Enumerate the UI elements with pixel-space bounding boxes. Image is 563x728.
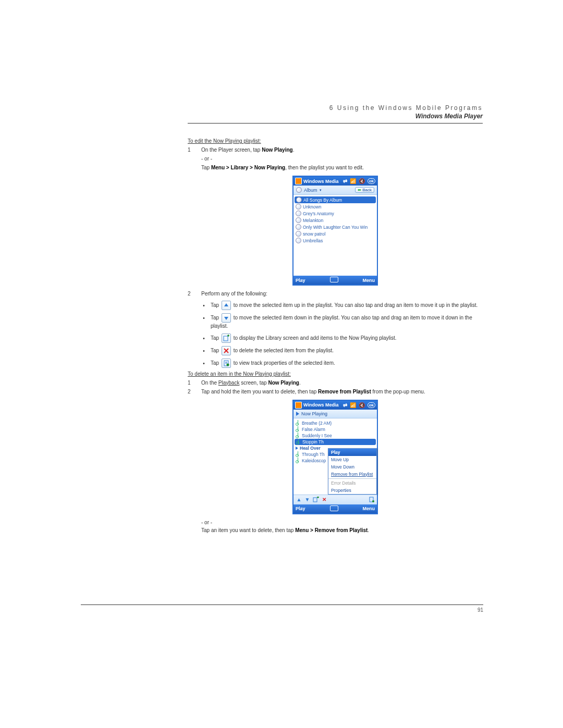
screenshot-now-playing: Windows Media ⇄ 📶 🔇 ok Now Playing Breat… [292, 400, 378, 514]
bullet-properties: •Tap to view track properties of the sel… [202, 359, 483, 368]
window-title: Windows Media [303, 179, 338, 184]
svg-rect-5 [313, 498, 317, 502]
delete-icon [222, 346, 231, 355]
step-2: 2 Perform any of the following: [188, 290, 483, 298]
note-icon [296, 421, 300, 426]
ok-button[interactable]: ok [368, 178, 375, 184]
window-title: Windows Media [303, 402, 338, 408]
list-item[interactable]: Suddenly I See [296, 433, 375, 439]
disc-icon [296, 238, 301, 243]
header-rule [188, 123, 483, 124]
list-item[interactable]: Only With Laughter Can You Win [296, 224, 375, 230]
bullet-move-up: •Tap to move the selected item up in the… [202, 301, 483, 310]
toolbar: ▲ ▼ ✕ [293, 495, 377, 504]
properties-icon[interactable] [368, 496, 375, 503]
disc-icon [296, 217, 301, 223]
svg-point-4 [226, 363, 229, 366]
move-down-icon [222, 313, 231, 323]
softkey-bar: Play Menu [293, 504, 377, 513]
library-add-icon[interactable] [312, 496, 319, 503]
page-number: 91 [81, 607, 483, 613]
heading-edit-playlist: To edit the Now Playing playlist: [188, 138, 483, 144]
menu-item-move-down[interactable]: Move Down [328, 463, 376, 471]
or-text: - or - [201, 155, 483, 163]
list-item[interactable]: False Alarm [296, 426, 375, 433]
del-step-1: 1 On the Playback screen, tap Now Playin… [188, 379, 483, 387]
bold-now-playing: Now Playing [262, 147, 292, 153]
list-item[interactable]: Breathe (2 AM) [296, 420, 375, 426]
now-playing-header: Now Playing [293, 410, 377, 418]
disc-icon [296, 197, 302, 203]
delete-icon[interactable]: ✕ [321, 496, 327, 503]
move-up-icon [222, 301, 231, 310]
bullet-delete: •Tap to delete the selected item from th… [202, 346, 483, 355]
context-menu: Play Move Up Move Down Remove from Playl… [328, 448, 377, 495]
disc-icon [296, 204, 301, 209]
start-icon [295, 402, 302, 409]
menu-item-properties[interactable]: Properties [328, 487, 376, 494]
heading-delete-item: To delete an item in the Now Playing pla… [188, 371, 483, 377]
dropdown-bar[interactable]: Album ▾ ⬅Back [293, 186, 377, 195]
softkey-left[interactable]: Play [296, 506, 305, 511]
svg-rect-0 [224, 336, 228, 341]
titlebar: Windows Media ⇄ 📶 🔇 ok [293, 401, 377, 410]
screenshot-library: Windows Media ⇄ 📶 🔇 ok Album ▾ ⬅Back All… [292, 176, 378, 286]
titlebar: Windows Media ⇄ 📶 🔇 ok [293, 177, 377, 186]
disc-icon [296, 211, 301, 216]
connectivity-icon: ⇄ [343, 178, 347, 184]
start-icon [295, 178, 302, 184]
list-item[interactable]: snow patrol [296, 230, 375, 237]
list-item[interactable]: Grey's Anatomy [296, 210, 375, 217]
list-item[interactable]: Stoppin Th [295, 439, 376, 445]
note-icon [296, 452, 300, 457]
library-add-icon [222, 334, 231, 343]
move-up-icon[interactable]: ▲ [296, 496, 302, 503]
softkey-right[interactable]: Menu [363, 278, 375, 283]
softkey-left[interactable]: Play [296, 278, 305, 283]
footer-rule [81, 604, 483, 605]
bullet-move-down: •Tap to move the selected item down in t… [202, 313, 483, 330]
step-number: 2 [188, 388, 195, 396]
del-step-2: 2 Tap and hold the item you want to dele… [188, 388, 483, 396]
menu-item-remove[interactable]: Remove from Playlist [328, 471, 376, 478]
context-menu-title[interactable]: Play [328, 449, 376, 456]
note-icon [296, 433, 300, 438]
menu-item-move-up[interactable]: Move Up [328, 456, 376, 463]
softkey-right[interactable]: Menu [363, 506, 375, 511]
step-1: 1 On the Player screen, tap Now Playing.… [188, 146, 483, 171]
menu-item-error-details: Error Details [328, 479, 376, 487]
note-icon [296, 439, 301, 445]
svg-point-7 [372, 500, 374, 502]
ok-button[interactable]: ok [368, 402, 375, 408]
list-item[interactable]: Melankton [296, 217, 375, 224]
keyboard-icon[interactable] [330, 505, 338, 511]
chevron-down-icon: ▾ [320, 188, 322, 192]
disc-icon [296, 187, 302, 193]
step-text: Perform any of the following: [201, 290, 483, 298]
bold-menu-path: Menu > Library > Now Playing [211, 165, 285, 170]
move-down-icon[interactable]: ▼ [304, 496, 311, 503]
signal-icon: 📶 [350, 402, 356, 408]
keyboard-icon[interactable] [330, 277, 338, 282]
disc-icon [296, 224, 301, 230]
connectivity-icon: ⇄ [343, 402, 347, 408]
softkey-bar: Play Menu [293, 276, 377, 285]
tail-text: Tap an item you want to delete, then tap… [201, 526, 483, 534]
text: Tap [201, 165, 211, 170]
dropdown-label: Album [304, 188, 317, 193]
signal-icon: 📶 [350, 178, 356, 184]
play-indicator-icon [296, 447, 298, 450]
list-item[interactable]: Umbrellas [296, 237, 375, 244]
list-item[interactable]: All Songs By Album [295, 196, 376, 203]
step-number: 2 [188, 290, 195, 298]
note-icon [296, 427, 300, 432]
back-button[interactable]: ⬅Back [355, 187, 374, 193]
list-item[interactable]: Unknown [296, 203, 375, 210]
disc-icon [296, 231, 301, 237]
header-chapter: 6 Using the Windows Mobile Programs [188, 104, 483, 112]
volume-icon: 🔇 [359, 178, 365, 184]
step-number: 1 [188, 379, 195, 387]
play-icon [296, 412, 299, 416]
content-block: 6 Using the Windows Mobile Programs Wind… [188, 104, 483, 534]
step-number: 1 [188, 146, 195, 171]
